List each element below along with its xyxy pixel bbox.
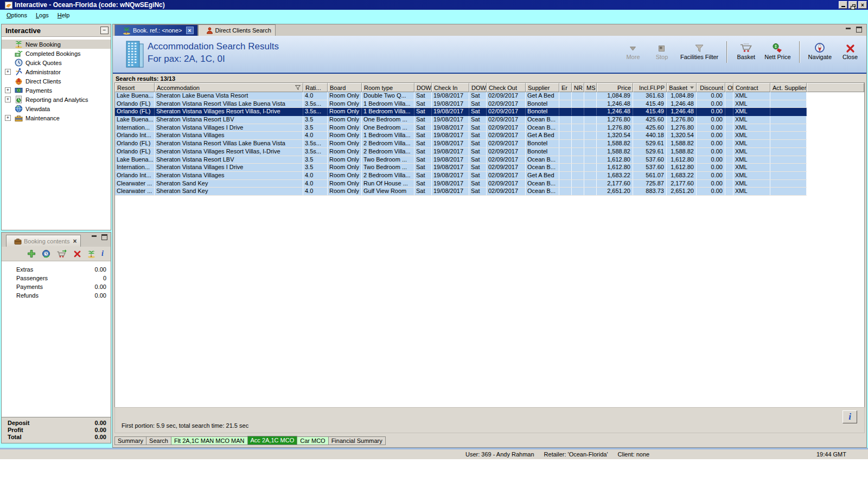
- sidebar-item-label: Direct Clients: [25, 78, 61, 85]
- column-header-dow[interactable]: DOW: [414, 83, 432, 92]
- add-icon[interactable]: [27, 249, 36, 258]
- cell-room_type: Gulf View Room: [362, 188, 414, 195]
- cell-of: [725, 92, 733, 100]
- basket-button[interactable]: Basket: [734, 41, 758, 61]
- column-header-price[interactable]: Price: [597, 83, 633, 92]
- column-header-accommodation[interactable]: Accommodation: [155, 83, 303, 92]
- info-button[interactable]: i: [843, 410, 857, 423]
- minimize-button[interactable]: [839, 1, 847, 9]
- tab-direct-clients-search[interactable]: Direct Clients Search: [198, 24, 276, 36]
- booking-total-label: Deposit: [8, 420, 95, 427]
- menu-item-logs[interactable]: Logs: [31, 11, 53, 20]
- sidebar-item-maintenance[interactable]: +Maintenance: [2, 113, 111, 123]
- column-header-room-type[interactable]: Room type: [362, 83, 414, 92]
- column-header-check-in[interactable]: Check In: [432, 83, 469, 92]
- column-header-check-out[interactable]: Check Out: [487, 83, 526, 92]
- restore-button[interactable]: [848, 1, 857, 9]
- sidebar-item-administrator[interactable]: +Administrator: [2, 67, 111, 76]
- title-bar[interactable]: Interactive - Ocean-Florida (code: wNQwS…: [0, 0, 868, 10]
- info-icon[interactable]: i: [101, 249, 104, 258]
- close-button[interactable]: Close: [838, 41, 862, 61]
- column-header-act-supplier[interactable]: Act. Supplier: [770, 83, 807, 92]
- sidebar-item-viewdata[interactable]: Viewdata: [2, 104, 111, 113]
- column-header-rati[interactable]: Rati...: [303, 83, 328, 92]
- minimize-icon[interactable]: [845, 27, 852, 32]
- delete-icon[interactable]: [73, 250, 81, 258]
- column-header-ms[interactable]: MS: [584, 83, 597, 92]
- booking-row-refunds[interactable]: Refunds0.00: [2, 291, 111, 300]
- nett-price-button[interactable]: Nett Price: [763, 41, 792, 61]
- column-header-contract[interactable]: Contract: [733, 83, 770, 92]
- table-row[interactable]: Lake Buena...Sheraton Vistana Resort LBV…: [115, 116, 807, 124]
- column-header-dow[interactable]: DOW: [469, 83, 487, 92]
- expand-toggle[interactable]: +: [5, 115, 11, 121]
- column-header-discount[interactable]: Discount: [697, 83, 725, 92]
- table-row[interactable]: Lake Buena...Sheraton Vistana Resort LBV…: [115, 156, 807, 164]
- bottom-tab-summary[interactable]: Summary: [114, 436, 146, 445]
- table-row[interactable]: Clearwater ...Sheraton Sand Key4.0Room O…: [115, 180, 807, 188]
- cell-act_supplier: [770, 140, 807, 147]
- column-header-er[interactable]: Er: [559, 83, 572, 92]
- bottom-tab-acc-2a-1c-mco[interactable]: Acc 2A,1C MCO: [247, 436, 298, 445]
- table-row[interactable]: Orlando (FL)Sheraton Vistana Villages Re…: [115, 108, 807, 116]
- menu-item-options[interactable]: Options: [2, 11, 31, 20]
- table-row[interactable]: Orlando (FL)Sheraton Vistana Resort Vill…: [115, 140, 807, 148]
- cell-room_type: Two Bedroom ...: [362, 156, 414, 164]
- minimize-icon[interactable]: [91, 234, 98, 240]
- menu-item-help[interactable]: Help: [53, 11, 74, 20]
- cell-resort: Internation...: [115, 164, 155, 171]
- booking-row-extras[interactable]: Extras0.00: [2, 265, 111, 274]
- booking-row-passengers[interactable]: Passengers0: [2, 274, 111, 282]
- world-clock-icon[interactable]: [42, 249, 50, 258]
- tab-close-icon[interactable]: ×: [73, 237, 76, 245]
- booking-contents-panel: Booking contents × i Extras0.00Passenger…: [1, 232, 111, 443]
- table-row[interactable]: Internation...Sheraton Vistana Villages …: [115, 164, 807, 172]
- table-body: Lake Buena...Sheraton Lake Buena Vista R…: [115, 92, 864, 196]
- collapse-panel-button[interactable]: −: [100, 27, 108, 34]
- column-header-label: Supplier: [528, 84, 550, 92]
- sidebar-item-new-booking[interactable]: New Booking: [2, 40, 111, 49]
- column-header-of[interactable]: Of: [725, 83, 733, 92]
- palm-tree-icon[interactable]: [87, 250, 95, 258]
- facilities-filter-button[interactable]: Facilities Filter: [679, 41, 720, 61]
- expand-toggle[interactable]: +: [5, 87, 11, 93]
- tab-book-ref-none[interactable]: Book. ref.: <none>×: [114, 24, 198, 36]
- table-row[interactable]: Lake Buena...Sheraton Lake Buena Vista R…: [115, 92, 807, 100]
- funnel-small-icon[interactable]: [295, 85, 301, 91]
- cart-arrow-icon[interactable]: [56, 249, 67, 258]
- table-row[interactable]: Orlando (FL)Sheraton Vistana Resort Vill…: [115, 100, 807, 108]
- table-row[interactable]: Clearwater ...Sheraton Sand Key4.0Room O…: [115, 188, 807, 196]
- column-header-nr[interactable]: NR: [572, 83, 584, 92]
- sidebar-item-direct-clients[interactable]: Direct Clients: [2, 76, 111, 86]
- booking-row-payments[interactable]: Payments0.00: [2, 282, 111, 291]
- sidebar-item-completed-bookings[interactable]: Completed Bookings: [2, 49, 111, 58]
- table-row[interactable]: Orlando Int...Sheraton Vistana Villages4…: [115, 172, 807, 180]
- cell-accommodation: Sheraton Vistana Villages Resort Villas,…: [155, 148, 303, 156]
- column-header-supplier[interactable]: Supplier: [526, 83, 559, 92]
- table-row[interactable]: Orlando Int...Sheraton Vistana Villages4…: [115, 132, 807, 140]
- table-row[interactable]: Internation...Sheraton Vistana Villages …: [115, 124, 807, 132]
- maximize-icon[interactable]: [856, 27, 862, 33]
- close-button[interactable]: ×: [858, 1, 867, 9]
- sidebar-item-payments[interactable]: +Payments: [2, 86, 111, 95]
- column-header-label: Resort: [117, 84, 135, 92]
- navigate-button[interactable]: Navigate: [807, 41, 833, 61]
- expand-toggle[interactable]: +: [5, 69, 11, 75]
- column-header-incl-fl-pp[interactable]: Incl.Fl.PP: [633, 83, 667, 92]
- toolbar-button-label: Navigate: [808, 54, 832, 60]
- bottom-tab-flt-2a-1c-man-mco-man[interactable]: Flt 2A,1C MAN MCO MAN: [171, 436, 248, 445]
- bottom-tab-search[interactable]: Search: [146, 436, 171, 445]
- column-header-board[interactable]: Board: [328, 83, 362, 92]
- maximize-icon[interactable]: [101, 234, 107, 240]
- sidebar-item-reporting-and-analytics[interactable]: +Reporting and Analytics: [2, 95, 111, 104]
- column-header-label: NR: [574, 84, 583, 92]
- sidebar-item-quick-quotes[interactable]: Quick Quotes: [2, 58, 111, 67]
- column-header-resort[interactable]: Resort: [115, 83, 155, 92]
- bottom-tab-financial-summary[interactable]: Financial Summary: [328, 436, 386, 445]
- tab-close-icon[interactable]: ×: [186, 27, 194, 34]
- expand-toggle[interactable]: +: [5, 96, 11, 102]
- bottom-tab-car-mco[interactable]: Car MCO: [297, 436, 328, 445]
- booking-contents-tab[interactable]: Booking contents ×: [6, 235, 81, 247]
- column-header-basket[interactable]: Basket: [667, 83, 697, 92]
- table-row[interactable]: Orlando (FL)Sheraton Vistana Villages Re…: [115, 148, 807, 156]
